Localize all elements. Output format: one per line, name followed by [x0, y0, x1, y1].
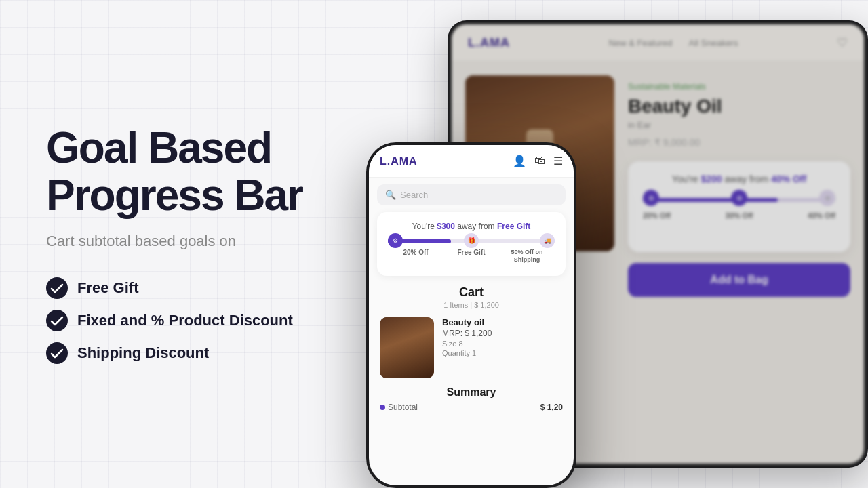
phone-item-qty: Quantity 1: [442, 349, 563, 357]
phone-device: L.AMA 👤 🛍 ☰ 🔍 Search You're $300 away fr…: [366, 142, 576, 488]
subtitle: Cart subtotal based goals on: [46, 232, 385, 250]
tablet-add-to-bag-button[interactable]: Add to Bag: [628, 263, 850, 297]
phone-cart-meta: 1 Items | $ 1,200: [380, 301, 563, 309]
headline: Goal Based Progress Bar: [46, 124, 385, 220]
tablet-bar-fill: [643, 198, 778, 202]
tablet-heart-icon: ♡: [837, 35, 848, 50]
phone-progress-text: You're $300 away from Free Gift: [388, 222, 555, 231]
check-icon-shipping-discount: [46, 342, 68, 364]
tablet-progress-discount: 40% Off: [771, 174, 806, 184]
tablet-nav-item2: All Sneakers: [688, 38, 738, 48]
tablet-marker-1: ⚙: [643, 190, 659, 206]
tablet-label-3: 40% Off: [808, 211, 835, 220]
phone-item-image: [380, 317, 434, 378]
dot-indicator: [380, 405, 385, 410]
phone-cart-section: Cart 1 Items | $ 1,200 Beauty oil MRP: $…: [369, 276, 574, 378]
phone-label-3: 50% Off on Shipping: [499, 249, 555, 264]
feature-label-free-gift: Free Gift: [77, 279, 138, 297]
phone-item-size: Size 8: [442, 340, 563, 348]
phone-screen: L.AMA 👤 🛍 ☰ 🔍 Search You're $300 away fr…: [369, 145, 574, 485]
phone-item-info: Beauty oil MRP: $ 1,200 Size 8 Quantity …: [442, 317, 563, 357]
phone-summary-row: Subtotal $ 1,20: [380, 403, 563, 412]
tablet-progress-mid: away from: [722, 174, 771, 184]
phone-item-mrp: MRP: $ 1,200: [442, 329, 563, 338]
tablet-label-2: 30% Off: [726, 211, 753, 220]
headline-line2: Progress Bar: [46, 171, 302, 220]
tablet-marker-2: ⚙: [731, 190, 747, 206]
tablet-product-sub: in Ear: [628, 120, 850, 130]
tablet-nav: L.AMA New & Featured All Sneakers ♡: [452, 24, 864, 62]
phone-logo: L.AMA: [380, 155, 418, 167]
tablet-product-name: Beauty Oil: [628, 96, 850, 117]
phone-user-icon: 👤: [513, 155, 526, 167]
devices-area: L.AMA New & Featured All Sneakers ♡ Sust…: [359, 0, 868, 488]
check-icon-product-discount: [46, 310, 68, 331]
phone-marker-icon-3: 🚚: [540, 233, 555, 248]
phone-subtotal-text: Subtotal: [388, 403, 418, 412]
feature-label-product-discount: Fixed and % Product Discount: [77, 312, 293, 329]
svg-point-2: [47, 343, 67, 363]
tablet-label-1: 20% Off: [643, 211, 671, 220]
feature-item-free-gift: Free Gift: [46, 277, 385, 299]
tablet-bar-labels: 20% Off 30% Off 40% Off: [643, 211, 835, 220]
phone-marker-icon-1: ⚙: [388, 233, 403, 248]
phone-menu-icon: ☰: [553, 155, 563, 167]
left-panel: Goal Based Progress Bar Cart subtotal ba…: [46, 0, 385, 488]
check-icon-free-gift: [46, 277, 68, 299]
feature-label-shipping-discount: Shipping Discount: [77, 344, 209, 362]
tablet-progress-bar-area: ⚙ ⚙ ⚙ 20% Off 30% Off 40% Off: [643, 198, 835, 220]
tablet-progress-text: You're $200 away from 40% Off: [643, 174, 835, 184]
phone-label-1: 20% Off: [388, 249, 443, 264]
phone-bag-icon: 🛍: [534, 155, 545, 167]
tablet-progress-card: You're $200 away from 40% Off ⚙ ⚙: [628, 161, 850, 252]
phone-progress-mid: away from: [455, 222, 497, 231]
phone-progress-reward: Free Gift: [497, 222, 530, 231]
tablet-product-price: MRP: ₹ 9,000.00: [628, 137, 850, 148]
phone-progress-card: You're $300 away from Free Gift ⚙ 🎁 �: [377, 212, 566, 276]
phone-cart-title: Cart: [380, 285, 563, 300]
phone-cart-item: Beauty oil MRP: $ 1,200 Size 8 Quantity …: [380, 317, 563, 378]
phone-progress-amount: $300: [437, 222, 455, 231]
phone-nav: L.AMA 👤 🛍 ☰: [369, 145, 574, 178]
tablet-logo: L.AMA: [468, 36, 510, 50]
phone-subtotal-value: $ 1,20: [540, 403, 563, 412]
phone-bar-labels: 20% Off Free Gift 50% Off on Shipping: [388, 249, 555, 264]
phone-label-2: Free Gift: [443, 249, 499, 264]
feature-item-shipping-discount: Shipping Discount: [46, 342, 385, 364]
phone-item-name: Beauty oil: [442, 317, 563, 327]
phone-summary-title: Summary: [380, 386, 563, 399]
phone-progress-prefix: You're: [412, 222, 437, 231]
phone-bar-bg: ⚙ 🎁 🚚: [388, 239, 555, 243]
phone-search-placeholder: Search: [400, 190, 428, 200]
headline-line1: Goal Based: [46, 123, 271, 172]
phone-bar-area: ⚙ 🎁 🚚 20% Off Free Gift 50% Off on Shipp…: [388, 239, 555, 264]
feature-item-product-discount: Fixed and % Product Discount: [46, 310, 385, 331]
phone-search-bar[interactable]: 🔍 Search: [377, 184, 566, 205]
feature-list: Free Gift Fixed and % Product Discount S…: [46, 277, 385, 364]
phone-nav-icons: 👤 🛍 ☰: [513, 155, 563, 167]
tablet-progress-amount: $200: [701, 174, 722, 184]
phone-summary-section: Summary Subtotal $ 1,20: [369, 378, 574, 412]
tablet-progress-prefix: You're: [672, 174, 701, 184]
svg-point-1: [47, 310, 67, 331]
tablet-product-tag: Sustainable Materials: [628, 82, 850, 92]
svg-point-0: [47, 278, 67, 298]
tablet-product-info: Sustainable Materials Beauty Oil in Ear …: [628, 75, 850, 304]
tablet-nav-links: New & Featured All Sneakers: [609, 38, 738, 48]
phone-subtotal-label: Subtotal: [380, 403, 418, 412]
tablet-marker-3: ⚙: [819, 190, 835, 206]
phone-search-icon: 🔍: [385, 190, 396, 200]
tablet-nav-item1: New & Featured: [609, 38, 673, 48]
phone-marker-icon-2: 🎁: [464, 233, 479, 248]
